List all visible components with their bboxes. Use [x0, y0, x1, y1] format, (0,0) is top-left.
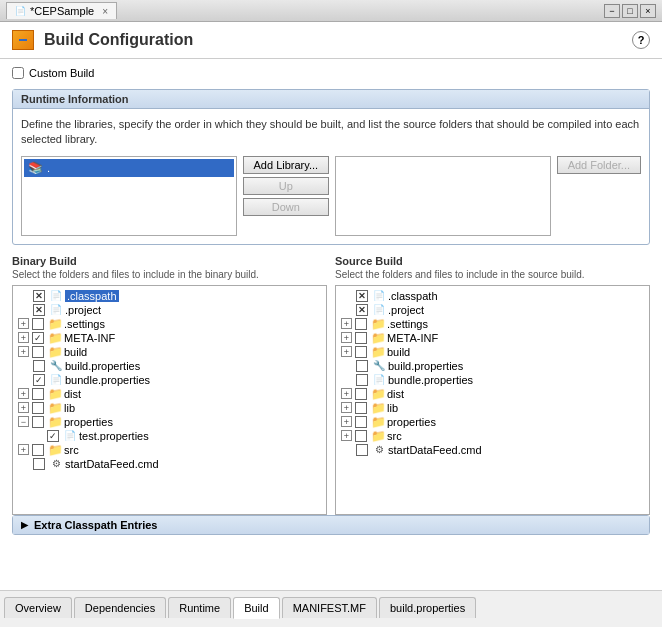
tree-item[interactable]: +📁.settings — [16, 317, 323, 331]
tree-item[interactable]: ⚙startDataFeed.cmd — [339, 443, 646, 457]
tree-item[interactable]: 🔧build.properties — [16, 359, 323, 373]
library-area: 📚 . Add Library... Up Down Add Folder... — [21, 156, 641, 236]
add-library-button[interactable]: Add Library... — [243, 156, 330, 174]
tree-item[interactable]: ✓📄bundle.properties — [16, 373, 323, 387]
tree-checkbox[interactable]: ✓ — [32, 332, 44, 344]
editor-tab[interactable]: 📄 *CEPSample × — [6, 2, 117, 19]
tree-label: lib — [64, 402, 75, 414]
tab-runtime[interactable]: Runtime — [168, 597, 231, 618]
up-button[interactable]: Up — [243, 177, 330, 195]
custom-build-row: Custom Build — [12, 67, 650, 79]
minimize-button[interactable]: − — [604, 4, 620, 18]
tree-item[interactable]: ⚙startDataFeed.cmd — [16, 457, 323, 471]
add-folder-button[interactable]: Add Folder... — [557, 156, 641, 174]
binary-build-tree[interactable]: ✕📄.classpath✕📄.project+📁.settings+✓📁META… — [12, 285, 327, 515]
tree-label: build — [387, 346, 410, 358]
tree-item[interactable]: +📁dist — [16, 387, 323, 401]
tree-collapse-icon[interactable]: − — [18, 416, 29, 427]
tree-item[interactable]: +📁.settings — [339, 317, 646, 331]
extra-classpath-header[interactable]: ▶ Extra Classpath Entries — [13, 516, 649, 534]
tree-checkbox[interactable]: ✕ — [33, 290, 45, 302]
tree-expand-icon[interactable]: + — [341, 388, 352, 399]
tree-item[interactable]: ✕📄.classpath — [16, 289, 323, 303]
tab-build-properties[interactable]: build.properties — [379, 597, 476, 618]
tree-expand-icon[interactable]: + — [18, 444, 29, 455]
help-button[interactable]: ? — [632, 31, 650, 49]
tree-checkbox[interactable]: ✓ — [33, 374, 45, 386]
tree-expand-icon[interactable]: + — [341, 332, 352, 343]
tree-file-icon: 📁 — [48, 332, 62, 344]
tree-file-icon: 📁 — [371, 430, 385, 442]
tree-checkbox[interactable] — [356, 374, 368, 386]
tree-item[interactable]: +📁properties — [339, 415, 646, 429]
tree-item[interactable]: 🔧build.properties — [339, 359, 646, 373]
custom-build-label[interactable]: Custom Build — [29, 67, 94, 79]
window-close-button[interactable]: × — [640, 4, 656, 18]
tree-checkbox[interactable] — [355, 388, 367, 400]
folder-list[interactable] — [335, 156, 551, 236]
tree-checkbox[interactable]: ✕ — [33, 304, 45, 316]
tree-expand-icon[interactable]: + — [341, 346, 352, 357]
tree-item[interactable]: −📁properties — [16, 415, 323, 429]
tab-overview[interactable]: Overview — [4, 597, 72, 618]
tree-expand-icon[interactable]: + — [18, 318, 29, 329]
tree-item[interactable]: ✕📄.classpath — [339, 289, 646, 303]
tree-item[interactable]: +📁build — [339, 345, 646, 359]
tree-checkbox[interactable] — [355, 402, 367, 414]
lib-label: . — [47, 162, 50, 174]
build-config-icon — [12, 30, 34, 50]
tree-checkbox[interactable] — [355, 416, 367, 428]
source-build-tree[interactable]: ✕📄.classpath✕📄.project+📁.settings+📁META-… — [335, 285, 650, 515]
title-bar: 📄 *CEPSample × − □ × — [0, 0, 662, 22]
tree-expand-icon[interactable]: + — [341, 430, 352, 441]
tree-label: META-INF — [387, 332, 438, 344]
tree-expand-icon[interactable]: + — [18, 332, 29, 343]
tree-checkbox[interactable] — [32, 416, 44, 428]
tree-expand-icon[interactable]: + — [341, 318, 352, 329]
tree-checkbox[interactable] — [355, 332, 367, 344]
tree-checkbox[interactable] — [355, 318, 367, 330]
tree-item[interactable]: +📁dist — [339, 387, 646, 401]
tree-checkbox[interactable] — [355, 430, 367, 442]
tree-checkbox[interactable] — [32, 444, 44, 456]
tab-dependencies[interactable]: Dependencies — [74, 597, 166, 618]
tree-item[interactable]: +📁src — [16, 443, 323, 457]
tree-expand-icon[interactable]: + — [18, 402, 29, 413]
tree-file-icon: 📄 — [372, 374, 386, 386]
tree-item[interactable]: +📁build — [16, 345, 323, 359]
tree-item[interactable]: +📁lib — [339, 401, 646, 415]
tree-checkbox[interactable] — [32, 402, 44, 414]
tree-checkbox[interactable] — [356, 444, 368, 456]
tab-build[interactable]: Build — [233, 597, 279, 619]
tree-expand-icon[interactable]: + — [341, 402, 352, 413]
tree-item[interactable]: ✕📄.project — [16, 303, 323, 317]
tree-checkbox[interactable] — [355, 346, 367, 358]
tree-checkbox[interactable] — [356, 360, 368, 372]
tree-checkbox[interactable]: ✕ — [356, 304, 368, 316]
down-button[interactable]: Down — [243, 198, 330, 216]
tree-label: test.properties — [79, 430, 149, 442]
tree-item[interactable]: +📁META-INF — [339, 331, 646, 345]
close-icon[interactable]: × — [102, 6, 108, 17]
maximize-button[interactable]: □ — [622, 4, 638, 18]
tree-item[interactable]: 📄bundle.properties — [339, 373, 646, 387]
library-list[interactable]: 📚 . — [21, 156, 237, 236]
tree-expand-icon[interactable]: + — [18, 346, 29, 357]
tree-checkbox[interactable] — [32, 346, 44, 358]
tree-checkbox[interactable] — [32, 318, 44, 330]
tree-item[interactable]: ✕📄.project — [339, 303, 646, 317]
tree-expand-icon[interactable]: + — [18, 388, 29, 399]
tree-item[interactable]: +📁lib — [16, 401, 323, 415]
custom-build-checkbox[interactable] — [12, 67, 24, 79]
tree-item[interactable]: +✓📁META-INF — [16, 331, 323, 345]
tree-checkbox[interactable]: ✕ — [356, 290, 368, 302]
library-item[interactable]: 📚 . — [24, 159, 234, 177]
tree-item[interactable]: +📁src — [339, 429, 646, 443]
tree-item[interactable]: ✓📄test.properties — [16, 429, 323, 443]
tree-checkbox[interactable]: ✓ — [47, 430, 59, 442]
tab-manifest-mf[interactable]: MANIFEST.MF — [282, 597, 377, 618]
tree-checkbox[interactable] — [33, 458, 45, 470]
tree-expand-icon[interactable]: + — [341, 416, 352, 427]
tree-checkbox[interactable] — [32, 388, 44, 400]
tree-checkbox[interactable] — [33, 360, 45, 372]
